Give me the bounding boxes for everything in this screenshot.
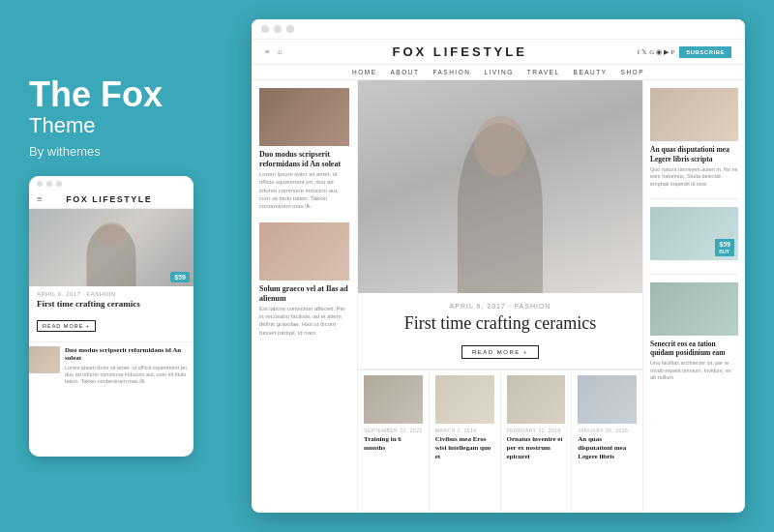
hero-meta: APRIL 6, 2017 · FASHION (370, 303, 631, 310)
bottom-article-3: FEBRUARY 12, 2016 Ornatus invenire et pe… (501, 370, 573, 513)
mobile-small-img (29, 346, 60, 373)
site-header: ≡ ⌕ FOX LIFESTYLE f 𝕏 G ◉ ▶ P SUBSCRIBE (252, 40, 745, 65)
desktop-dot-1 (261, 25, 269, 33)
mobile-small-text: Duo modus scripserit reformidans id An s… (65, 346, 194, 385)
mobile-header: ≡ FOX LIFESTYLE (29, 192, 194, 209)
google-icon[interactable]: G (649, 48, 654, 56)
right-divider-1 (650, 198, 738, 199)
right-divider-2 (650, 274, 738, 275)
left-article-2-img (259, 222, 349, 281)
right-img-2: $59BUY (650, 207, 738, 260)
mobile-price-badge: $59 (170, 272, 190, 282)
hero-image (358, 80, 642, 293)
pinterest-icon[interactable]: P (670, 48, 674, 56)
hero-content: APRIL 6, 2017 · FASHION First time craft… (358, 293, 642, 369)
bottom-meta-1: SEPTEMBER 22, 2022 (364, 428, 423, 433)
theme-author: By withemes (29, 144, 223, 159)
nav-fashion[interactable]: FASHION (432, 69, 470, 75)
nav-living[interactable]: LIVING (484, 69, 513, 75)
bottom-title-2: Civibus mea Eros wisi intellegam quo et (435, 435, 494, 461)
site-header-right: f 𝕏 G ◉ ▶ P SUBSCRIBE (638, 46, 731, 58)
left-article-1-img (259, 88, 349, 146)
mobile-hero-img: $59 (29, 209, 194, 286)
right-article-2: $59BUY (650, 207, 738, 264)
left-article-2-desc: Est labore conviction affeceit. Per in r… (259, 305, 349, 338)
mobile-small-articles: Duo modus scripserit reformidans id An s… (29, 341, 194, 385)
theme-title: The Fox (29, 75, 223, 114)
nav-beauty[interactable]: BEAUTY (574, 69, 608, 75)
theme-subtitle: Theme (29, 113, 223, 138)
nav-home[interactable]: HOME (352, 69, 377, 75)
left-article-2: Solum graeco vel at Ilas ad alienum Est … (259, 222, 349, 337)
right-img-1 (650, 88, 738, 141)
header-menu-icon[interactable]: ≡ (265, 47, 270, 56)
bottom-meta-3: FEBRUARY 12, 2016 (507, 428, 566, 433)
left-article-1-desc: Lorem ipsum dolor sit amet, ut officis s… (259, 170, 349, 211)
mobile-small-article: Duo modus scripserit reformidans id An s… (29, 346, 194, 385)
nav-travel[interactable]: TRAVEL (527, 69, 560, 75)
mobile-read-more-btn[interactable]: READ MORE + (37, 320, 96, 332)
bottom-row: SEPTEMBER 22, 2022 Training in 6 months … (358, 369, 642, 513)
mobile-mockup: ≡ FOX LIFESTYLE $59 APRIL 6, 2017 · FASH… (29, 176, 194, 457)
right-article-3-desc: Una facilitas architecter sit, per te mo… (650, 360, 738, 382)
desktop-mockup: ≡ ⌕ FOX LIFESTYLE f 𝕏 G ◉ ▶ P SUBSCRIBE … (252, 19, 745, 513)
site-content: Duo modus scripserit reformidans id An s… (252, 80, 745, 513)
mobile-dot-2 (46, 181, 52, 187)
bottom-title-1: Training in 6 months (364, 435, 423, 453)
right-article-3-title: Senecrit eos ea tation quidam posidinium… (650, 340, 738, 359)
right-img-3 (650, 282, 738, 336)
desktop-top-bar (252, 19, 745, 40)
bottom-title-3: Ornatus invenire et per ex nostrum epicu… (507, 435, 566, 461)
mobile-article-meta: APRIL 6, 2017 · FASHION (37, 291, 186, 297)
left-panel: The Fox Theme By withemes ≡ FOX LIFESTYL… (29, 75, 223, 458)
right-article-3: Senecrit eos ea tation quidam posidinium… (650, 282, 738, 383)
hero-read-more-btn[interactable]: READ MORE + (461, 345, 539, 359)
youtube-icon[interactable]: ▶ (664, 48, 669, 56)
bottom-img-1 (364, 375, 423, 424)
mobile-top-bar (29, 176, 194, 192)
desktop-dot-2 (274, 25, 282, 33)
social-icons: f 𝕏 G ◉ ▶ P (638, 48, 674, 56)
facebook-icon[interactable]: f (638, 48, 640, 56)
left-article-2-title: Solum graeco vel at Ilas ad alienum (259, 284, 349, 305)
mobile-small-desc: Lorem ipsum dolor sit amet, ut officis s… (65, 365, 194, 385)
desktop-dot-3 (286, 25, 294, 33)
mobile-article-title: First time crafting ceramics (37, 299, 186, 310)
mobile-content: APRIL 6, 2017 · FASHION First time craft… (29, 286, 194, 341)
twitter-icon[interactable]: 𝕏 (641, 48, 647, 56)
bottom-article-4: JANUARY 30, 2016 An quas disputationi me… (572, 370, 642, 513)
right-article-1-title: An quas disputationi mea Legere libris s… (650, 145, 738, 164)
nav-about[interactable]: ABOUT (390, 69, 419, 75)
mobile-dot-1 (37, 181, 43, 187)
bottom-img-4 (578, 375, 637, 424)
site-name: FOX LIFESTYLE (283, 44, 638, 59)
center-column: APRIL 6, 2017 · FASHION First time craft… (358, 80, 643, 513)
bottom-img-3 (507, 375, 566, 424)
mobile-site-title: FOX LIFESTYLE (66, 194, 152, 204)
right-article-1: An quas disputationi mea Legere libris s… (650, 88, 738, 189)
left-article-1-title: Duo modus scripserit reformidans id An s… (259, 150, 349, 170)
bottom-meta-2: MARCH 2, 2018 (435, 428, 494, 433)
bottom-img-2 (435, 375, 494, 424)
bottom-meta-4: JANUARY 30, 2016 (578, 428, 637, 433)
left-article-1: Duo modus scripserit reformidans id An s… (259, 88, 349, 211)
hero-title: First time crafting ceramics (370, 313, 631, 335)
bottom-article-2: MARCH 2, 2018 Civibus mea Eros wisi inte… (430, 370, 501, 513)
mobile-hero-figure (29, 209, 194, 286)
left-column: Duo modus scripserit reformidans id An s… (252, 80, 358, 513)
mobile-dot-3 (56, 181, 62, 187)
mobile-menu-icon: ≡ (37, 193, 43, 204)
bottom-title-4: An quas disputationi mea Legere libris (578, 435, 637, 461)
right-column: An quas disputationi mea Legere libris s… (643, 80, 745, 513)
instagram-icon[interactable]: ◉ (656, 48, 662, 56)
nav-shop[interactable]: SHOP (621, 69, 644, 75)
site-nav: HOME ABOUT FASHION LIVING TRAVEL BEAUTY … (252, 65, 745, 80)
right-article-1-desc: Quo natura neminem auten in. No ne eam h… (650, 166, 738, 189)
bottom-article-1: SEPTEMBER 22, 2022 Training in 6 months (358, 370, 430, 513)
site-header-left: ≡ ⌕ (265, 47, 283, 56)
mobile-small-title: Duo modus scripserit reformidans id An s… (65, 346, 194, 363)
subscribe-button[interactable]: SUBSCRIBE (679, 46, 731, 58)
